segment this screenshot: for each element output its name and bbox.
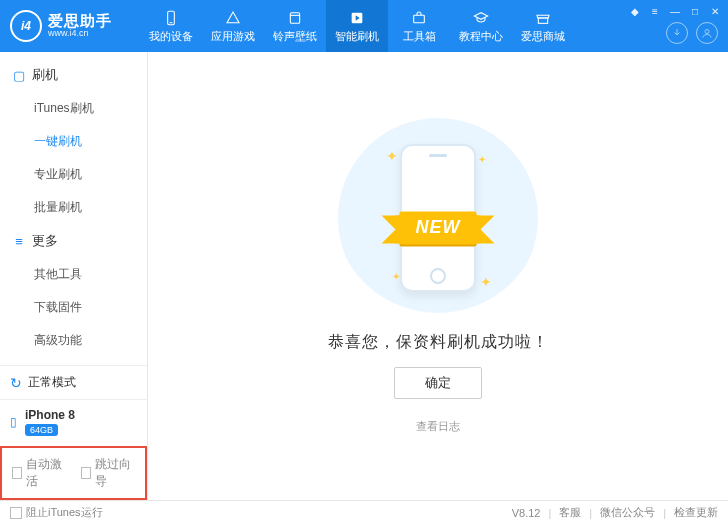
sidebar-pro-flash[interactable]: 专业刷机 — [0, 158, 147, 191]
group-more[interactable]: ≡ 更多 — [0, 224, 147, 258]
sidebar-batch-flash[interactable]: 批量刷机 — [0, 191, 147, 224]
status-text: 正常模式 — [28, 374, 76, 391]
sparkle-icon: ✦ — [478, 154, 486, 165]
sidebar-advanced[interactable]: 高级功能 — [0, 324, 147, 357]
window-controls: ◆ ≡ — □ ✕ — [628, 4, 722, 18]
more-icon: ≡ — [12, 234, 26, 249]
checkbox-skip-guide[interactable]: 跳过向导 — [81, 456, 136, 490]
checkbox-auto-activate[interactable]: 自动激活 — [12, 456, 67, 490]
logo-icon: i4 — [10, 10, 42, 42]
user-button[interactable] — [696, 22, 718, 44]
svg-rect-6 — [538, 18, 547, 23]
device-name: iPhone 8 — [25, 408, 75, 422]
flash-icon — [348, 9, 366, 27]
app-logo: i4 爱思助手 www.i4.cn — [0, 10, 140, 42]
sidebar-itunes-flash[interactable]: iTunes刷机 — [0, 92, 147, 125]
footer: 阻止iTunes运行 V8.12 | 客服 | 微信公众号 | 检查更新 — [0, 500, 728, 524]
checkbox-icon — [10, 507, 22, 519]
nav-flash[interactable]: 智能刷机 — [326, 0, 388, 52]
nav-label: 我的设备 — [149, 29, 193, 44]
top-bar: i4 爱思助手 www.i4.cn 我的设备 应用游戏 铃声壁纸 智能刷机 工具… — [0, 0, 728, 52]
phone-icon — [162, 9, 180, 27]
music-icon — [286, 9, 304, 27]
minimize-icon[interactable]: — — [668, 4, 682, 18]
menu-icon[interactable]: ≡ — [648, 4, 662, 18]
nav-label: 智能刷机 — [335, 29, 379, 44]
sidebar-download-firmware[interactable]: 下载固件 — [0, 291, 147, 324]
nav-toolbox[interactable]: 工具箱 — [388, 0, 450, 52]
flash-options: 自动激活 跳过向导 — [0, 446, 147, 500]
sparkle-icon: ✦ — [392, 271, 400, 282]
checkbox-label: 自动激活 — [26, 456, 66, 490]
main-area: ▢ 刷机 iTunes刷机 一键刷机 专业刷机 批量刷机 ≡ 更多 其他工具 下… — [0, 52, 728, 500]
checkbox-label: 跳过向导 — [95, 456, 135, 490]
shop-icon — [534, 9, 552, 27]
phone-small-icon: ▯ — [10, 415, 17, 429]
app-url: www.i4.cn — [48, 29, 112, 39]
sparkle-icon: ✦ — [480, 274, 492, 290]
top-nav: 我的设备 应用游戏 铃声壁纸 智能刷机 工具箱 教程中心 爱思商城 — [140, 0, 574, 52]
version-label: V8.12 — [512, 507, 541, 519]
sidebar-onekey-flash[interactable]: 一键刷机 — [0, 125, 147, 158]
nav-label: 工具箱 — [403, 29, 436, 44]
nav-label: 铃声壁纸 — [273, 29, 317, 44]
checkbox-icon — [12, 467, 22, 479]
sidebar-other-tools[interactable]: 其他工具 — [0, 258, 147, 291]
sparkle-icon: ✦ — [386, 148, 398, 164]
nav-label: 应用游戏 — [211, 29, 255, 44]
nav-label: 教程中心 — [459, 29, 503, 44]
nav-ringtones[interactable]: 铃声壁纸 — [264, 0, 326, 52]
nav-shop[interactable]: 爱思商城 — [512, 0, 574, 52]
device-storage-badge: 64GB — [25, 424, 58, 436]
ok-button[interactable]: 确定 — [394, 367, 482, 399]
checkbox-icon — [81, 467, 91, 479]
close-icon[interactable]: ✕ — [708, 4, 722, 18]
checkbox-label: 阻止iTunes运行 — [26, 505, 103, 520]
graduation-icon — [472, 9, 490, 27]
group-flash[interactable]: ▢ 刷机 — [0, 58, 147, 92]
nav-tutorials[interactable]: 教程中心 — [450, 0, 512, 52]
sidebar: ▢ 刷机 iTunes刷机 一键刷机 专业刷机 批量刷机 ≡ 更多 其他工具 下… — [0, 52, 148, 500]
separator: | — [663, 507, 666, 519]
group-title: 刷机 — [32, 66, 58, 84]
separator: | — [548, 507, 551, 519]
wechat-link[interactable]: 微信公众号 — [600, 505, 655, 520]
nav-label: 爱思商城 — [521, 29, 565, 44]
group-title: 更多 — [32, 232, 58, 250]
success-illustration: ✦ ✦ ✦ ✦ NEW — [338, 118, 538, 318]
view-log-link[interactable]: 查看日志 — [416, 419, 460, 434]
header-side-controls — [666, 22, 718, 44]
nav-apps[interactable]: 应用游戏 — [202, 0, 264, 52]
svg-point-7 — [705, 30, 709, 34]
app-name: 爱思助手 — [48, 13, 112, 30]
nav-my-devices[interactable]: 我的设备 — [140, 0, 202, 52]
svg-rect-2 — [290, 12, 299, 23]
refresh-icon: ↻ — [10, 375, 22, 391]
apps-icon — [224, 9, 242, 27]
support-link[interactable]: 客服 — [559, 505, 581, 520]
new-ribbon: NEW — [400, 211, 477, 244]
device-icon: ▢ — [12, 68, 26, 83]
device-panel[interactable]: ▯ iPhone 8 64GB — [0, 399, 147, 446]
mode-status[interactable]: ↻ 正常模式 — [0, 365, 147, 399]
toolbox-icon — [410, 9, 428, 27]
success-message: 恭喜您，保资料刷机成功啦！ — [328, 332, 549, 353]
maximize-icon[interactable]: □ — [688, 4, 702, 18]
skin-icon[interactable]: ◆ — [628, 4, 642, 18]
download-button[interactable] — [666, 22, 688, 44]
svg-rect-5 — [414, 15, 425, 22]
content-area: ✦ ✦ ✦ ✦ NEW 恭喜您，保资料刷机成功啦！ 确定 查看日志 — [148, 52, 728, 500]
update-link[interactable]: 检查更新 — [674, 505, 718, 520]
checkbox-block-itunes[interactable]: 阻止iTunes运行 — [10, 505, 103, 520]
separator: | — [589, 507, 592, 519]
